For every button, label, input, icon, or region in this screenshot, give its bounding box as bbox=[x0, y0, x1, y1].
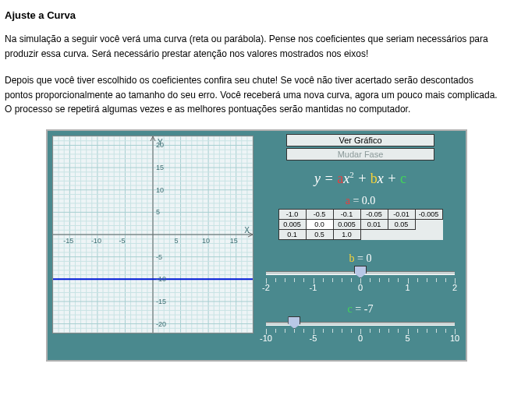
coef-c-slider[interactable] bbox=[266, 317, 455, 328]
y-tick-label: 15 bbox=[156, 164, 164, 171]
slider-tick-label: 0 bbox=[358, 283, 363, 292]
coef-b-slider[interactable] bbox=[266, 266, 455, 277]
y-tick-label: -5 bbox=[156, 253, 162, 261]
y-tick-label: -10 bbox=[156, 275, 166, 283]
slider-tick-label: -5 bbox=[310, 334, 317, 343]
simulation-panel: Y X -15-10-551015 -20-15-10-55101520 Ver… bbox=[46, 129, 467, 362]
x-tick-label: -5 bbox=[119, 237, 125, 245]
slider-tick-label: 1 bbox=[405, 283, 410, 292]
coef-a-option[interactable]: 0.05 bbox=[388, 219, 415, 229]
x-tick-label: 5 bbox=[175, 237, 179, 245]
coef-c-label: c = -7 bbox=[261, 303, 459, 316]
x-tick-label: -10 bbox=[91, 237, 101, 245]
y-tick-label: 20 bbox=[156, 141, 164, 149]
coef-a-selector[interactable]: -1.0-0.5-0.1-0.05-0.01-0.005 0.0050.00.0… bbox=[278, 209, 443, 240]
formula-display: y = ax2 + bx + c bbox=[261, 170, 459, 187]
slider-tick-label: -10 bbox=[260, 334, 272, 343]
coef-a-option[interactable]: 0.005 bbox=[333, 219, 360, 229]
coef-a-option[interactable]: 0.01 bbox=[360, 219, 388, 229]
coef-a-option[interactable]: -0.05 bbox=[360, 209, 388, 219]
coef-a-option[interactable]: 1.0 bbox=[333, 229, 360, 239]
slider-tick-label: -2 bbox=[262, 283, 270, 292]
slider-thumb-icon[interactable] bbox=[288, 316, 300, 329]
slider-tick-label: 0 bbox=[358, 334, 363, 343]
coef-a-option[interactable]: 0.005 bbox=[278, 219, 306, 229]
coef-a-option[interactable]: 0.1 bbox=[278, 229, 306, 239]
chart-area: Y X -15-10-551015 -20-15-10-55101520 bbox=[52, 136, 254, 334]
intro-paragraph-2: Depois que você tiver escolhido os coefi… bbox=[5, 73, 499, 117]
slider-tick-label: 5 bbox=[405, 334, 410, 343]
coef-b-label: b = 0 bbox=[261, 252, 459, 265]
intro-paragraph-1: Na simulação a seguir você verá uma curv… bbox=[5, 32, 499, 61]
y-tick-label: 10 bbox=[156, 186, 164, 194]
ver-grafico-button[interactable]: Ver Gráfico bbox=[286, 134, 434, 146]
y-tick-label: -20 bbox=[156, 320, 166, 328]
x-axis-label: X bbox=[244, 226, 250, 235]
page-title: Ajuste a Curva bbox=[5, 9, 499, 21]
slider-tick-label: 2 bbox=[452, 283, 457, 292]
mudar-fase-button[interactable]: Mudar Fase bbox=[286, 148, 434, 161]
coef-a-option[interactable]: -0.01 bbox=[388, 209, 415, 219]
slider-tick-label: -1 bbox=[310, 283, 317, 292]
y-tick-label: -15 bbox=[156, 298, 166, 305]
x-tick-label: 15 bbox=[230, 237, 238, 245]
coef-a-label: a = 0.0 bbox=[261, 195, 459, 207]
y-tick-label: 5 bbox=[156, 208, 160, 216]
slider-tick-label: 10 bbox=[450, 334, 459, 343]
coef-a-option[interactable]: -1.0 bbox=[278, 209, 306, 219]
coef-a-option[interactable]: 0.5 bbox=[306, 229, 333, 239]
x-tick-label: 10 bbox=[202, 237, 210, 245]
coef-a-option[interactable]: -0.5 bbox=[306, 209, 333, 219]
coef-a-option[interactable]: -0.1 bbox=[333, 209, 360, 219]
coef-a-option[interactable]: 0.0 bbox=[306, 219, 333, 229]
x-tick-label: -15 bbox=[63, 237, 73, 245]
slider-thumb-icon[interactable] bbox=[354, 266, 367, 278]
coef-a-option[interactable]: -0.005 bbox=[415, 209, 442, 219]
